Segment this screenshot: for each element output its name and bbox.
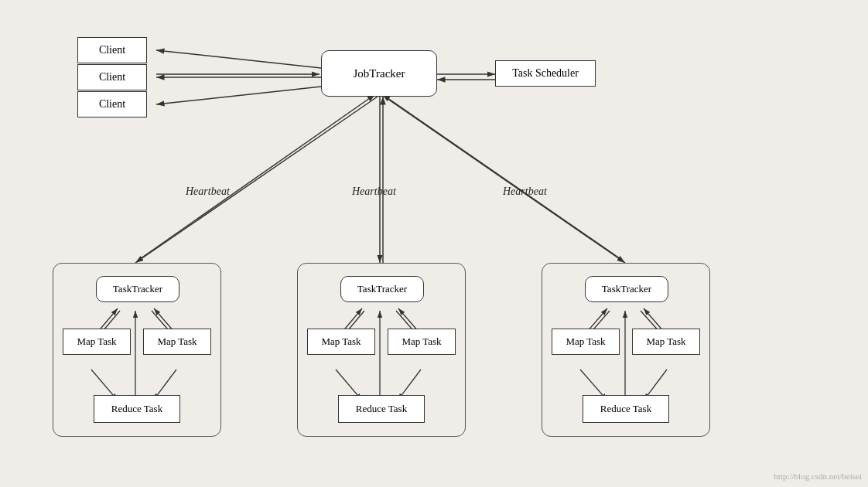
tasktracker-group-2: TaskTracker Map Task Map Task Reduce Tas… [297, 263, 466, 437]
maptask2b-label: Map Task [402, 335, 441, 348]
reducetask2-label: Reduce Task [356, 403, 407, 415]
heartbeat-label-3: Heartbeat [503, 186, 547, 198]
maptask3b-label: Map Task [646, 335, 685, 348]
tasktracker3-label: TaskTracker [602, 283, 651, 295]
maptask1b-label: Map Task [157, 335, 196, 348]
watermark: http://blog.csdn.net/beisei [774, 472, 862, 481]
reducetask2-box: Reduce Task [338, 395, 425, 423]
svg-line-11 [138, 94, 375, 261]
heartbeat-label-1: Heartbeat [186, 186, 230, 198]
tasktracker2-label: TaskTracker [357, 283, 407, 295]
maptask3a-box: Map Task [552, 329, 620, 355]
maptask2b-box: Map Task [388, 329, 456, 355]
tasktracker1-box: TaskTracker [96, 276, 179, 302]
reducetask3-box: Reduce Task [583, 395, 669, 423]
tasktracker-group-3: TaskTracker Map Task Map Task Reduce Tas… [542, 263, 710, 437]
reducetask3-label: Reduce Task [600, 403, 651, 415]
tasktracker2-box: TaskTracker [340, 276, 424, 302]
maptask2a-label: Map Task [321, 335, 361, 348]
heartbeat-label-2: Heartbeat [352, 186, 396, 198]
taskscheduler-label: Task Scheduler [512, 67, 579, 80]
client1-box: Client [77, 37, 147, 63]
client1-label: Client [99, 44, 125, 56]
taskscheduler-box: Task Scheduler [495, 60, 596, 87]
maptask3b-box: Map Task [632, 329, 700, 355]
reducetask1-box: Reduce Task [94, 395, 180, 423]
maptask3a-label: Map Task [566, 335, 605, 348]
reducetask1-label: Reduce Task [111, 403, 162, 415]
tasktracker1-label: TaskTracker [113, 283, 162, 295]
diagram: Client Client Client JobTracker Task Sch… [0, 0, 868, 487]
client3-box: Client [77, 91, 147, 117]
client2-label: Client [99, 71, 125, 83]
svg-line-10 [135, 97, 378, 263]
jobtracker-box: JobTracker [321, 50, 437, 97]
client2-box: Client [77, 64, 147, 90]
maptask1a-label: Map Task [77, 335, 116, 348]
maptask1a-box: Map Task [63, 329, 131, 355]
svg-line-6 [156, 87, 321, 104]
tasktracker-group-1: TaskTracker Map Task Map Task Reduce Tas… [53, 263, 221, 437]
svg-line-14 [384, 97, 625, 263]
maptask2a-box: Map Task [307, 329, 375, 355]
svg-line-4 [156, 50, 321, 68]
client3-label: Client [99, 98, 125, 111]
tasktracker3-box: TaskTracker [585, 276, 668, 302]
svg-line-15 [382, 94, 623, 261]
jobtracker-label: JobTracker [354, 67, 405, 80]
maptask1b-box: Map Task [143, 329, 211, 355]
